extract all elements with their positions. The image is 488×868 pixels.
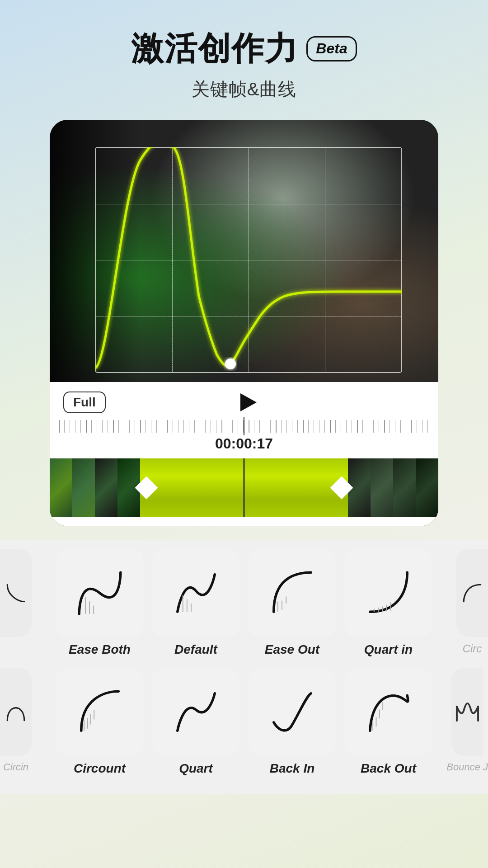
curve-svg (95, 147, 402, 373)
easing-quart-in[interactable]: Quart in (344, 549, 432, 657)
easing-quart-label: Quart (179, 761, 213, 776)
play-button[interactable] (236, 391, 258, 414)
side-peek-right-row2: Bounce J (446, 668, 488, 773)
side-peek-right-row1: Circ (456, 549, 488, 655)
easing-default[interactable]: Default (152, 549, 240, 657)
side-peek-left-row2: Circin (0, 668, 32, 773)
timestamp: 00:00:17 (215, 435, 273, 456)
easing-ease-both-label: Ease Both (69, 642, 131, 657)
easing-back-in-label: Back In (270, 761, 315, 776)
easing-back-out-label: Back Out (361, 761, 416, 776)
easing-circount-label: Circount (74, 761, 126, 776)
easing-ease-both[interactable]: Ease Both (56, 549, 144, 657)
beta-badge: Beta (306, 36, 357, 61)
side-peek-left-row1 (0, 549, 32, 642)
film-strip[interactable] (50, 458, 438, 517)
svg-point-0 (225, 359, 236, 369)
easing-circount[interactable]: Circount (56, 668, 144, 776)
side-peek-bounce-label: Bounce J (446, 761, 488, 773)
play-icon (240, 393, 257, 411)
main-title: 激活创作力 (131, 27, 298, 71)
side-peek-circin-label: Circin (3, 761, 28, 773)
easing-quart-in-label: Quart in (364, 642, 413, 657)
easing-default-label: Default (174, 642, 217, 657)
video-card: Full 00:00:17 (50, 120, 438, 526)
easing-ease-out-label: Ease Out (265, 642, 319, 657)
timeline-ruler[interactable] (59, 417, 429, 435)
easing-ease-out[interactable]: Ease Out (248, 549, 336, 657)
subtitle: 关键帧&曲线 (192, 77, 297, 102)
easing-quart[interactable]: Quart (152, 668, 240, 776)
easing-row2: Circin Circount (0, 668, 488, 776)
easing-section: Ease Both Default (0, 540, 488, 794)
header: 激活创作力 Beta 关键帧&曲线 (131, 27, 357, 102)
side-peek-circ-label: Circ (463, 642, 482, 655)
full-badge[interactable]: Full (63, 392, 106, 413)
video-area (50, 120, 438, 382)
easing-back-out[interactable]: Back Out (344, 668, 432, 776)
easing-back-in[interactable]: Back In (248, 668, 336, 776)
